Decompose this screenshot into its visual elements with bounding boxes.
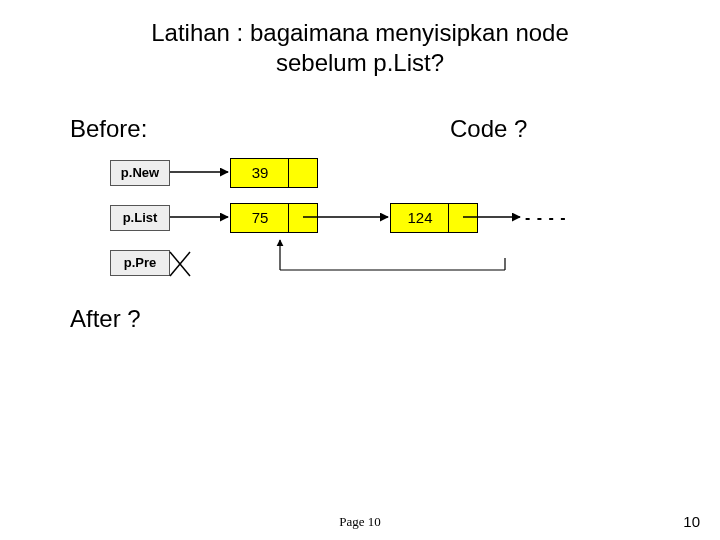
footer-page-text: Page 10 <box>0 514 720 530</box>
node-124-data: 124 <box>390 203 450 233</box>
svg-line-2 <box>170 252 190 276</box>
ptr-plist-box: p.List <box>110 205 170 231</box>
ptr-ppre-box: p.Pre <box>110 250 170 276</box>
svg-line-3 <box>170 252 190 276</box>
node-75-next <box>288 203 318 233</box>
before-label: Before: <box>70 115 147 143</box>
title-line-1: Latihan : bagaimana menyisipkan node <box>151 19 569 46</box>
after-label: After ? <box>70 305 141 333</box>
footer-page-number: 10 <box>683 513 700 530</box>
node-124-next <box>448 203 478 233</box>
title-line-2: sebelum p.List? <box>276 49 444 76</box>
code-label: Code ? <box>450 115 527 143</box>
node-39-data: 39 <box>230 158 290 188</box>
node-75-data: 75 <box>230 203 290 233</box>
diagram-arrows <box>0 0 720 540</box>
node-39-next <box>288 158 318 188</box>
ptr-pnew-box: p.New <box>110 160 170 186</box>
trailing-dashes: - - - - <box>525 209 567 227</box>
slide-title: Latihan : bagaimana menyisipkan node seb… <box>0 18 720 78</box>
